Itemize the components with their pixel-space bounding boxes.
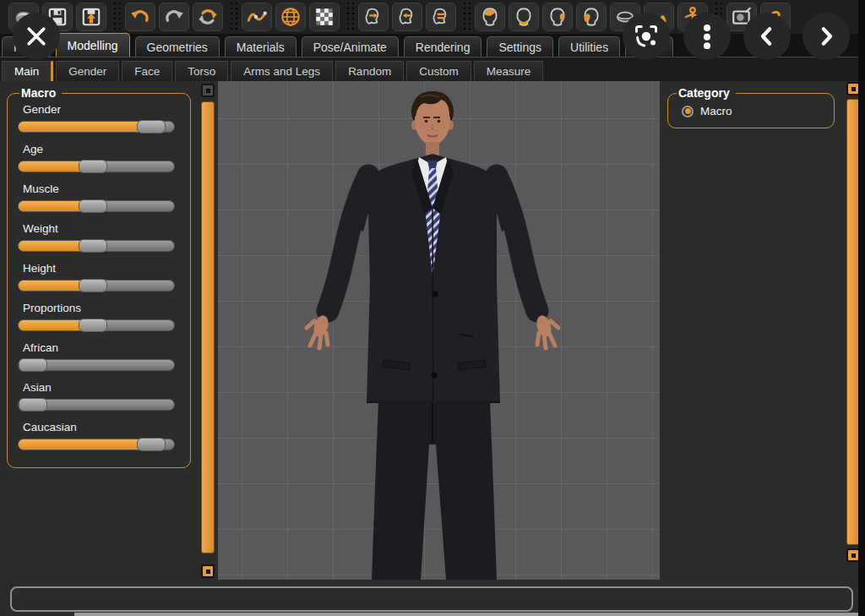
symmetry-lock-icon	[430, 6, 452, 28]
category-options: Macro	[675, 105, 827, 117]
wireframe-globe-button[interactable]	[275, 3, 306, 31]
more-options-icon	[694, 24, 720, 49]
subtab-arms-and-legs[interactable]: Arms and Legs	[231, 61, 333, 81]
head-jaw-icon	[513, 6, 535, 28]
redo-icon	[163, 6, 185, 28]
viewport-left-top-button[interactable]	[201, 84, 215, 97]
category-panel: Category Macro	[667, 86, 835, 128]
subtab-custom[interactable]: Custom	[406, 61, 471, 81]
load-icon	[80, 6, 102, 28]
head-side-icon	[580, 6, 602, 28]
slider-fill	[19, 320, 87, 330]
tab-utilities[interactable]: Utilities	[558, 36, 620, 57]
radio-button-icon[interactable]	[682, 106, 694, 117]
tab-materials[interactable]: Materials	[225, 36, 296, 57]
subtab-torso[interactable]: Torso	[175, 61, 228, 81]
slider-label: Gender	[23, 103, 182, 116]
slider-age: Age	[18, 143, 182, 172]
slider-proportions: Proportions	[18, 302, 182, 331]
status-bar	[10, 586, 853, 612]
category-panel-title: Category	[677, 86, 736, 100]
slider-label: Asian	[23, 381, 182, 394]
tab-rendering[interactable]: Rendering	[404, 36, 482, 57]
subtab-measure[interactable]: Measure	[474, 61, 544, 81]
viewport-3d[interactable]	[218, 81, 660, 580]
slider-track[interactable]	[18, 280, 175, 292]
symmetry-lock-button[interactable]	[426, 3, 456, 31]
makehuman-window: ? FilesModellingGeometriesMaterialsPose/…	[0, 0, 865, 616]
toolbar-separator	[112, 1, 122, 33]
slider-fill	[19, 439, 145, 450]
slider-label: Muscle	[23, 183, 182, 195]
close-icon	[24, 24, 49, 49]
symmetry-left-icon	[396, 6, 418, 28]
slider-track[interactable]	[18, 399, 175, 411]
smooth-curve-button[interactable]	[242, 3, 272, 31]
slider-handle[interactable]	[79, 319, 107, 332]
slider-handle[interactable]	[79, 279, 107, 292]
tab-modelling[interactable]: Modelling	[56, 33, 130, 57]
slider-handle[interactable]	[19, 358, 47, 372]
reset-button[interactable]	[193, 3, 223, 31]
slider-track[interactable]	[18, 121, 175, 133]
slider-track[interactable]	[18, 359, 175, 371]
nav-back-button[interactable]	[743, 13, 791, 60]
tab-pose-animate[interactable]: Pose/Animate	[302, 36, 399, 57]
slider-handle[interactable]	[79, 199, 107, 213]
toolbar-separator	[462, 1, 472, 33]
slider-fill	[19, 122, 145, 132]
slider-fill	[19, 241, 87, 251]
slider-fill	[19, 201, 87, 211]
subtab-main[interactable]: Main	[2, 61, 53, 81]
category-option-macro[interactable]: Macro	[682, 105, 827, 117]
slider-handle[interactable]	[79, 239, 107, 253]
right-edge-strip	[858, 0, 865, 616]
slider-african: African	[18, 341, 182, 371]
slider-asian: Asian	[18, 381, 182, 411]
slider-track[interactable]	[18, 439, 175, 450]
slider-track[interactable]	[18, 161, 175, 172]
square-dot-icon	[851, 87, 856, 91]
subtab-face[interactable]: Face	[122, 61, 172, 81]
macro-sliders: GenderAgeMuscleWeightHeightProportionsAf…	[18, 103, 182, 450]
symmetry-right-button[interactable]	[358, 3, 389, 31]
redo-button[interactable]	[159, 3, 189, 31]
undo-button[interactable]	[125, 3, 155, 31]
reset-icon	[197, 6, 219, 28]
more-options-button[interactable]	[683, 13, 731, 60]
slider-label: Proportions	[23, 302, 182, 314]
tab-geometries[interactable]: Geometries	[135, 36, 220, 57]
head-side-button[interactable]	[576, 3, 607, 31]
head-hair-button[interactable]	[475, 3, 505, 31]
bottom-edge-strip	[74, 613, 858, 616]
slider-label: Age	[23, 143, 182, 155]
slider-track[interactable]	[18, 200, 175, 212]
screenshot-button[interactable]	[623, 13, 670, 60]
nav-forward-icon	[813, 24, 839, 49]
symmetry-right-icon	[362, 6, 384, 28]
tab-settings[interactable]: Settings	[487, 36, 553, 57]
head-ear-button[interactable]	[542, 3, 573, 31]
subtab-random[interactable]: Random	[335, 61, 404, 81]
slider-track[interactable]	[18, 240, 175, 252]
close-button[interactable]	[13, 13, 60, 60]
symmetry-left-button[interactable]	[392, 3, 422, 31]
wireframe-globe-icon	[280, 6, 302, 28]
radio-selected-dot	[685, 108, 691, 114]
nav-forward-button[interactable]	[802, 13, 850, 60]
slider-handle[interactable]	[137, 120, 166, 134]
background-checker-button[interactable]	[309, 3, 340, 31]
viewport-left-bottom-button[interactable]	[201, 564, 215, 578]
slider-handle[interactable]	[19, 398, 47, 412]
load-button[interactable]	[76, 3, 106, 31]
slider-muscle: Muscle	[18, 183, 182, 212]
subtab-gender[interactable]: Gender	[56, 61, 119, 81]
toolbar-separator	[229, 1, 239, 33]
head-jaw-button[interactable]	[509, 3, 539, 31]
viewport-left-scrollbar[interactable]	[201, 101, 215, 553]
slider-handle[interactable]	[137, 438, 166, 451]
human-model[interactable]	[218, 81, 660, 580]
sub-tab-bar: MainGenderFaceTorsoArms and LegsRandomCu…	[0, 57, 858, 81]
slider-track[interactable]	[18, 319, 175, 331]
slider-handle[interactable]	[79, 160, 107, 173]
